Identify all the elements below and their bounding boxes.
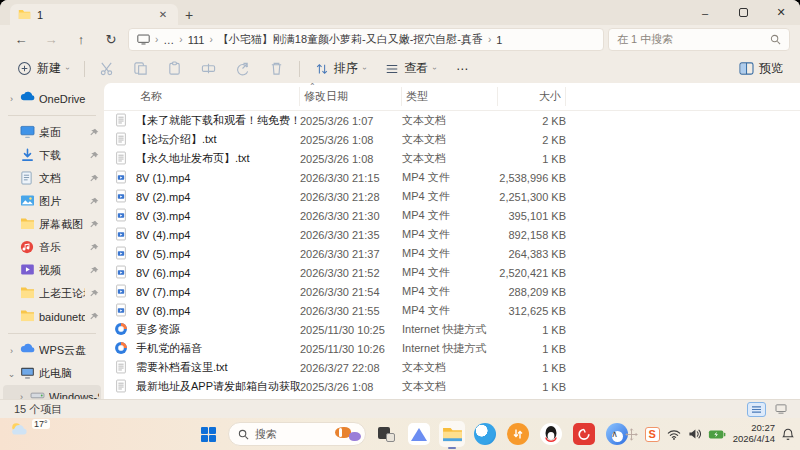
music-icon — [20, 240, 35, 255]
file-row[interactable]: 【永久地址发布页】.txt2025/3/26 1:08文本文档1 KB — [104, 149, 800, 168]
paste-button[interactable] — [163, 57, 187, 81]
details-view-toggle[interactable] — [747, 402, 766, 417]
file-row[interactable]: 需要补档看这里.txt2026/3/27 22:08文本文档1 KB — [104, 358, 800, 377]
back-button[interactable]: ← — [8, 28, 34, 52]
tab-close-icon[interactable]: ✕ — [156, 9, 170, 20]
sidebar-item-label: baidunetdisk — [39, 311, 85, 323]
sidebar-item-downloads-2[interactable]: 下载 — [3, 144, 101, 167]
column-header-size[interactable]: 大小 — [498, 87, 566, 106]
column-header-type[interactable]: 类型 — [402, 87, 498, 106]
expand-chevron-icon[interactable]: › — [7, 94, 16, 104]
share-button[interactable] — [231, 57, 255, 81]
app-qq[interactable] — [538, 421, 564, 447]
file-row[interactable]: 8V (5).mp42026/3/30 21:37MP4 文件264,383 K… — [104, 244, 800, 263]
taskbar-search[interactable]: 搜索 — [228, 422, 366, 446]
file-name: 最新地址及APP请发邮箱自动获取！！！.txt — [136, 379, 300, 394]
explorer-tab[interactable]: 1 ✕ — [10, 4, 178, 25]
sidebar-item-wpscloud-10[interactable]: ›WPS云盘 — [3, 339, 101, 362]
sort-button[interactable]: 排序 › — [310, 57, 371, 80]
file-row[interactable]: 【来了就能下载和观看！纯免费！】.txt2025/3/26 1:07文本文档2 … — [104, 111, 800, 130]
file-name: 【论坛介绍】.txt — [136, 132, 300, 147]
tray-expand-chevron[interactable]: ∧ — [611, 429, 618, 439]
sidebar-item-folder-8[interactable]: 上老王论坛当 — [3, 282, 101, 305]
new-button[interactable]: 新建 › — [12, 57, 74, 80]
tab-title: 1 — [37, 9, 43, 21]
tray-clock[interactable]: 20:27 2026/4/14 — [733, 423, 775, 445]
file-row[interactable]: 手机党的福音2025/11/30 10:26Internet 快捷方式1 KB — [104, 339, 800, 358]
sidebar-item-desktop-1[interactable]: 桌面 — [3, 121, 101, 144]
crumb-item-current[interactable]: 1 — [496, 34, 502, 46]
folder-icon — [18, 9, 31, 20]
sidebar-item-documents-3[interactable]: 文档 — [3, 167, 101, 190]
preview-button[interactable]: 预览 — [734, 57, 788, 80]
file-row[interactable]: 8V (7).mp42026/3/30 21:54MP4 文件288,209 K… — [104, 282, 800, 301]
sidebar-item-onedrive-0[interactable]: ›OneDrive — [3, 87, 101, 110]
file-row[interactable]: 8V (4).mp42026/3/30 21:35MP4 文件892,158 K… — [104, 225, 800, 244]
file-row[interactable]: 最新地址及APP请发邮箱自动获取！！！.txt2025/3/26 1:08文本文… — [104, 377, 800, 396]
file-row[interactable]: 8V (2).mp42026/3/30 21:28MP4 文件2,251,300… — [104, 187, 800, 206]
volume-icon[interactable] — [688, 428, 701, 440]
search-input[interactable]: 在 1 中搜索 — [608, 28, 790, 51]
sogou-input-icon[interactable]: S — [645, 427, 660, 442]
minimize-button[interactable]: – — [686, 0, 724, 25]
file-row[interactable]: 8V (6).mp42026/3/30 21:52MP4 文件2,520,421… — [104, 263, 800, 282]
file-size: 2,538,996 KB — [498, 172, 566, 184]
sidebar-item-drive-12[interactable]: ›Windows-SSD — [3, 385, 101, 399]
app-netease-music[interactable] — [571, 421, 597, 447]
cut-button[interactable] — [95, 57, 119, 81]
file-row[interactable]: 8V (8).mp42026/3/30 21:55MP4 文件312,625 K… — [104, 301, 800, 320]
more-button[interactable]: ⋯ — [451, 59, 473, 79]
view-button[interactable]: 查看 › — [380, 57, 441, 80]
pin-icon — [89, 174, 99, 184]
sidebar-item-folder-5[interactable]: 屏幕截图 — [3, 213, 101, 236]
crumb-item[interactable]: 【小宅猫】刚满18童颜小萝莉-又白又嫩-抠穴自慰-真香 — [218, 32, 483, 47]
expand-chevron-icon[interactable]: › — [17, 392, 26, 400]
breadcrumb[interactable]: › … › 111 › 【小宅猫】刚满18童颜小萝莉-又白又嫩-抠穴自慰-真香 … — [128, 28, 604, 51]
crumb-collapsed[interactable]: … — [163, 34, 174, 46]
expand-chevron-icon[interactable]: ⌄ — [7, 369, 16, 379]
large-icons-view-toggle[interactable] — [771, 402, 790, 417]
maximize-button[interactable] — [724, 0, 762, 25]
notification-bell-icon[interactable] — [782, 428, 794, 441]
forward-button[interactable]: → — [38, 28, 64, 52]
sidebar-item-pictures-4[interactable]: 图片 — [3, 190, 101, 213]
sidebar-item-folder-9[interactable]: baidunetdisk — [3, 305, 101, 328]
copy-button[interactable] — [129, 57, 153, 81]
remote-tool-icon[interactable] — [625, 428, 638, 441]
battery-icon[interactable] — [708, 429, 726, 440]
column-header-name[interactable]: 名称 — [136, 87, 300, 106]
sidebar-item-videos-7[interactable]: 视频 — [3, 259, 101, 282]
app-download-manager[interactable] — [406, 421, 432, 447]
this-pc-icon — [137, 34, 150, 45]
weather-widget[interactable]: 17° — [8, 420, 50, 438]
mp4-file-icon — [114, 227, 129, 242]
refresh-button[interactable]: ↻ — [98, 28, 124, 52]
wifi-icon[interactable] — [667, 429, 681, 440]
file-row[interactable]: 【论坛介绍】.txt2025/3/26 1:08文本文档2 KB — [104, 130, 800, 149]
new-tab-button[interactable]: + — [178, 4, 200, 25]
file-row[interactable]: 更多资源2025/11/30 10:25Internet 快捷方式1 KB — [104, 320, 800, 339]
preview-pane-icon — [739, 62, 754, 75]
explorer-main: ›OneDrive桌面下载文档图片屏幕截图音乐视频上老王论坛当baidunetd… — [0, 83, 800, 399]
expand-chevron-icon[interactable]: › — [7, 346, 16, 356]
new-plus-icon — [17, 61, 32, 76]
crumb-item[interactable]: 111 — [188, 34, 205, 46]
rename-button[interactable] — [197, 57, 221, 81]
app-orange-sync[interactable] — [505, 421, 531, 447]
url-file-icon — [114, 341, 129, 356]
delete-button[interactable] — [265, 57, 289, 81]
sidebar-item-music-6[interactable]: 音乐 — [3, 236, 101, 259]
file-row[interactable]: 8V (3).mp42026/3/30 21:30MP4 文件395,101 K… — [104, 206, 800, 225]
close-button[interactable]: ✕ — [762, 0, 800, 25]
app-file-explorer[interactable] — [439, 421, 465, 447]
file-explorer-window: 1 ✕ + – ✕ ← → ↑ ↻ › … › 111 › — [0, 0, 800, 418]
chevron-down-icon: › — [360, 67, 369, 70]
task-view-button[interactable] — [373, 421, 399, 447]
file-name: 手机党的福音 — [136, 341, 300, 356]
start-button[interactable] — [195, 421, 221, 447]
up-button[interactable]: ↑ — [68, 28, 94, 52]
app-browser[interactable] — [472, 421, 498, 447]
file-size: 1 KB — [498, 362, 566, 374]
file-row[interactable]: 8V (1).mp42026/3/30 21:15MP4 文件2,538,996… — [104, 168, 800, 187]
sidebar-item-thispc-11[interactable]: ⌄此电脑 — [3, 362, 101, 385]
